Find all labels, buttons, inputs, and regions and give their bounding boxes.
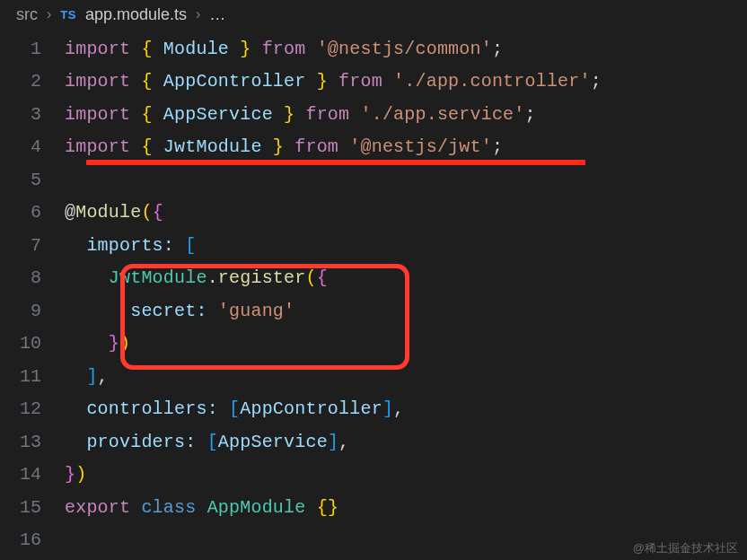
code-line[interactable]: 5 bbox=[0, 163, 747, 197]
code-text: import { AppController } from './app.con… bbox=[65, 71, 602, 92]
code-text: }) bbox=[65, 464, 86, 485]
code-line[interactable]: 12 controllers: [AppController], bbox=[0, 393, 747, 426]
annotation-underline bbox=[86, 160, 585, 165]
breadcrumb-more[interactable]: … bbox=[209, 5, 225, 24]
code-text: export class AppModule {} bbox=[65, 497, 338, 518]
code-text: }) bbox=[65, 333, 130, 354]
code-line[interactable]: 2 import { AppController } from './app.c… bbox=[0, 66, 747, 99]
line-number: 2 bbox=[0, 71, 65, 92]
code-line[interactable]: 6 @Module({ bbox=[0, 197, 747, 230]
code-line[interactable]: 14 }) bbox=[0, 459, 747, 492]
line-number: 1 bbox=[0, 39, 65, 59]
line-number: 13 bbox=[0, 432, 65, 452]
line-number: 14 bbox=[0, 464, 65, 485]
breadcrumb[interactable]: src › TS app.module.ts › … bbox=[0, 0, 747, 29]
code-line[interactable]: 15 export class AppModule {} bbox=[0, 491, 747, 524]
code-text: controllers: [AppController], bbox=[65, 398, 404, 419]
code-text: JwtModule.register({ bbox=[65, 267, 328, 288]
code-text: ], bbox=[65, 366, 109, 387]
typescript-icon: TS bbox=[60, 8, 76, 22]
code-line[interactable]: 3 import { AppService } from './app.serv… bbox=[0, 98, 747, 131]
code-line[interactable]: 11 ], bbox=[0, 360, 747, 393]
line-number: 9 bbox=[0, 301, 65, 321]
line-number: 15 bbox=[0, 497, 65, 518]
code-line[interactable]: 1 import { Module } from '@nestjs/common… bbox=[0, 32, 747, 66]
line-number: 10 bbox=[0, 333, 65, 354]
line-number: 6 bbox=[0, 202, 65, 223]
line-number: 4 bbox=[0, 136, 65, 157]
breadcrumb-file[interactable]: app.module.ts bbox=[85, 5, 187, 24]
code-line[interactable]: 8 JwtModule.register({ bbox=[0, 262, 747, 295]
code-text: providers: [AppService], bbox=[65, 432, 349, 452]
line-number: 7 bbox=[0, 235, 65, 256]
chevron-right-icon: › bbox=[196, 6, 200, 22]
code-text: secret: 'guang' bbox=[65, 301, 294, 321]
line-number: 16 bbox=[0, 529, 65, 550]
breadcrumb-folder[interactable]: src bbox=[16, 5, 38, 24]
line-number: 8 bbox=[0, 267, 65, 288]
line-number: 12 bbox=[0, 398, 65, 419]
code-line[interactable]: 13 providers: [AppService], bbox=[0, 425, 747, 459]
code-text: imports: [ bbox=[65, 235, 196, 256]
line-number: 3 bbox=[0, 104, 65, 125]
code-line[interactable]: 9 secret: 'guang' bbox=[0, 294, 747, 328]
line-number: 5 bbox=[0, 170, 65, 190]
code-text: import { AppService } from './app.servic… bbox=[65, 104, 536, 125]
code-line[interactable]: 10 }) bbox=[0, 328, 747, 361]
code-text: import { Module } from '@nestjs/common'; bbox=[65, 39, 503, 59]
code-text: import { JwtModule } from '@nestjs/jwt'; bbox=[65, 136, 503, 157]
code-text: @Module({ bbox=[65, 202, 163, 223]
chevron-right-icon: › bbox=[47, 6, 51, 22]
code-editor[interactable]: 1 import { Module } from '@nestjs/common… bbox=[0, 29, 747, 556]
code-line[interactable]: 7 imports: [ bbox=[0, 229, 747, 262]
code-line[interactable]: 4 import { JwtModule } from '@nestjs/jwt… bbox=[0, 131, 747, 164]
line-number: 11 bbox=[0, 366, 65, 387]
watermark: @稀土掘金技术社区 bbox=[633, 540, 738, 556]
